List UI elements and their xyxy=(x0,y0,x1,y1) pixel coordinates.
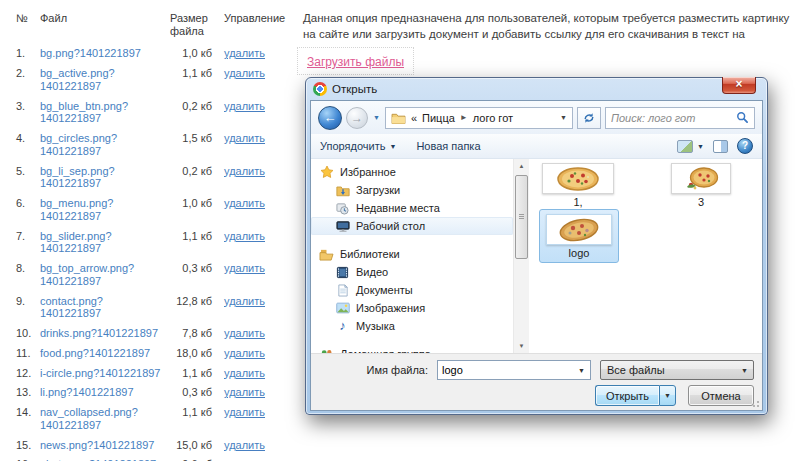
file-tile-3[interactable]: 3 xyxy=(671,163,731,208)
nav-item-desktop[interactable]: Рабочий стол xyxy=(311,217,513,235)
scroll-up-icon[interactable]: ▲ xyxy=(515,159,528,173)
file-size: 0,3 кб xyxy=(170,383,224,403)
file-link[interactable]: food.png?1401221897 xyxy=(40,347,150,359)
table-row: 8.bg_top_arrow.png?14012218970,3 кбудали… xyxy=(16,259,294,292)
resize-grip-icon[interactable] xyxy=(751,399,760,408)
delete-link[interactable]: удалить xyxy=(224,386,265,398)
search-input[interactable] xyxy=(611,112,736,124)
views-button[interactable]: ▼ xyxy=(677,140,704,153)
delete-link[interactable]: удалить xyxy=(224,197,265,209)
delete-link[interactable]: удалить xyxy=(224,367,265,379)
file-link[interactable]: i-circle.png?1401221897 xyxy=(40,367,160,379)
file-link[interactable]: bg_blue_btn.png?1401221897 xyxy=(40,100,128,125)
file-link[interactable]: nav_collapsed.png?1401221897 xyxy=(40,406,138,431)
filetype-select[interactable]: Все файлы ▼ xyxy=(600,360,754,380)
file-size: 0,2 кб xyxy=(170,97,224,130)
file-link[interactable]: bg_active.png?1401221897 xyxy=(40,67,115,92)
nav-label: Рабочий стол xyxy=(356,220,425,232)
delete-link[interactable]: удалить xyxy=(224,132,265,144)
file-list[interactable]: 1, 3 logo xyxy=(529,159,762,353)
nav-item-recent[interactable]: Недавние места xyxy=(311,199,513,217)
table-row: 7.bg_slider.png?14012218971,1 кбудалить xyxy=(16,227,294,260)
cancel-button[interactable]: Отмена xyxy=(688,385,754,406)
delete-link[interactable]: удалить xyxy=(224,47,265,59)
scroll-down-icon[interactable]: ▼ xyxy=(515,339,528,353)
delete-link[interactable]: удалить xyxy=(224,100,265,112)
nav-scrollbar[interactable]: ▲ ▼ xyxy=(513,159,529,353)
delete-link[interactable]: удалить xyxy=(224,439,265,451)
organize-menu[interactable]: Упорядочить ▼ xyxy=(320,140,396,152)
chrome-icon xyxy=(313,82,327,96)
file-link[interactable]: bg_li_sep.png?1401221897 xyxy=(40,165,115,190)
row-num: 7. xyxy=(16,227,40,260)
scroll-thumb[interactable] xyxy=(515,175,528,259)
file-link[interactable]: bg.png?1401221897 xyxy=(40,47,141,59)
dialog-titlebar[interactable]: Открыть × xyxy=(310,78,763,100)
filename-combobox[interactable]: ▼ xyxy=(437,360,591,380)
upload-files-button[interactable]: Загрузить файлы xyxy=(297,47,414,75)
filename-dropdown-icon[interactable]: ▼ xyxy=(575,367,588,374)
file-link[interactable]: bg_menu.png?1401221897 xyxy=(40,197,113,222)
forward-button[interactable]: → xyxy=(346,107,368,129)
file-size: 1,0 кб xyxy=(170,44,224,64)
refresh-button[interactable] xyxy=(577,107,601,129)
pizza-thumbnail xyxy=(546,214,612,245)
delete-link[interactable]: удалить xyxy=(224,230,265,242)
documents-icon xyxy=(335,283,350,297)
back-button[interactable]: ← xyxy=(318,106,342,130)
search-box[interactable] xyxy=(605,107,755,129)
nav-item-favorites[interactable]: Избранное xyxy=(311,163,513,181)
breadcrumb[interactable]: « Пицца ► лого гот ▼ xyxy=(385,107,573,129)
file-link[interactable]: bg_top_arrow.png?1401221897 xyxy=(40,262,134,287)
new-folder-button[interactable]: Новая папка xyxy=(416,140,480,152)
nav-item-pictures[interactable]: Изображения xyxy=(311,299,513,317)
breadcrumb-root-chevron[interactable]: « xyxy=(411,112,417,124)
file-link[interactable]: bg_slider.png?1401221897 xyxy=(40,230,112,255)
delete-link[interactable]: удалить xyxy=(224,165,265,177)
file-link[interactable]: news.png?1401221897 xyxy=(40,439,154,451)
filename-input[interactable] xyxy=(442,364,575,376)
breadcrumb-parent[interactable]: Пицца xyxy=(422,112,455,124)
table-row: 3.bg_blue_btn.png?14012218970,2 кбудалит… xyxy=(16,97,294,130)
delete-link[interactable]: удалить xyxy=(224,327,265,339)
file-link[interactable]: drinks.png?1401221897 xyxy=(40,327,158,339)
file-tile-logo-selected[interactable]: logo xyxy=(539,209,619,263)
nav-item-homegroup[interactable]: Домашняя группа xyxy=(311,345,513,353)
dialog-main: Избранное Загрузки Недавние места Рабочи… xyxy=(311,159,762,353)
file-link[interactable]: li.png?1401221897 xyxy=(40,386,134,398)
nav-item-music[interactable]: ♪ Музыка xyxy=(311,317,513,335)
delete-link[interactable]: удалить xyxy=(224,295,265,307)
help-button[interactable]: ? xyxy=(737,138,753,154)
file-tile-1[interactable]: 1, xyxy=(542,163,614,208)
preview-pane-button[interactable] xyxy=(713,140,728,153)
open-split-dropdown-icon[interactable]: ▼ xyxy=(659,385,676,406)
delete-link[interactable]: удалить xyxy=(224,406,265,418)
open-button[interactable]: Открыть xyxy=(595,385,659,406)
refresh-icon xyxy=(583,112,595,124)
nav-label: Избранное xyxy=(340,166,396,178)
table-row: 5.bg_li_sep.png?14012218970,2 кбудалить xyxy=(16,162,294,195)
row-num: 4. xyxy=(16,129,40,162)
breadcrumb-current[interactable]: лого гот xyxy=(473,112,513,124)
nav-item-downloads[interactable]: Загрузки xyxy=(311,181,513,199)
delete-link[interactable]: удалить xyxy=(224,347,265,359)
file-link[interactable]: bg_circles.png?1401221897 xyxy=(40,132,117,157)
file-link[interactable]: contact.png?1401221897 xyxy=(40,295,103,320)
nav-item-video[interactable]: Видео xyxy=(311,263,513,281)
dialog-title: Открыть xyxy=(332,83,377,95)
nav-item-libraries[interactable]: Библиотеки xyxy=(311,245,513,263)
close-button[interactable]: × xyxy=(722,77,756,94)
delete-link[interactable]: удалить xyxy=(224,262,265,274)
row-num: 8. xyxy=(16,259,40,292)
address-dropdown-icon[interactable]: ▼ xyxy=(560,114,567,121)
col-header-manage: Управление xyxy=(224,8,294,44)
history-dropdown-icon[interactable]: ▼ xyxy=(373,114,380,121)
delete-link[interactable]: удалить xyxy=(224,67,265,79)
video-icon xyxy=(335,265,350,279)
downloads-icon xyxy=(335,183,350,197)
file-size: 0,2 кб xyxy=(170,162,224,195)
nav-item-documents[interactable]: Документы xyxy=(311,281,513,299)
upload-files-link[interactable]: Загрузить файлы xyxy=(307,55,404,69)
row-num: 2. xyxy=(16,64,40,97)
row-num: 16. xyxy=(16,455,40,461)
